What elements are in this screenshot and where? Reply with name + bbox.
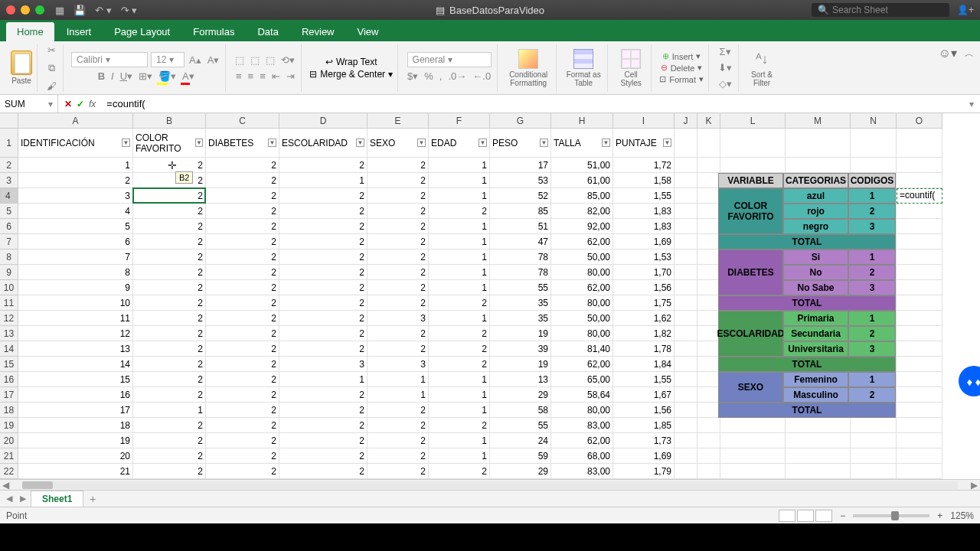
- minimize-window-icon[interactable]: [21, 5, 30, 15]
- data-cell[interactable]: [697, 341, 720, 357]
- row-header[interactable]: 21: [0, 448, 18, 464]
- header-cell[interactable]: [851, 129, 897, 158]
- col-header-K[interactable]: K: [697, 113, 720, 129]
- data-cell[interactable]: 52: [490, 188, 551, 204]
- increase-font-icon[interactable]: A▴: [188, 53, 203, 67]
- header-cell[interactable]: DIABETES▼: [206, 129, 279, 158]
- data-cell[interactable]: 85,00: [551, 188, 613, 204]
- data-cell[interactable]: 17: [490, 158, 551, 173]
- data-cell[interactable]: 17: [18, 403, 133, 418]
- add-sheet-icon[interactable]: +: [85, 493, 100, 505]
- data-cell[interactable]: 80,00: [551, 326, 613, 341]
- data-cell[interactable]: 21: [18, 464, 133, 479]
- zoom-out-icon[interactable]: −: [840, 510, 845, 521]
- page-break-view-icon[interactable]: [815, 510, 832, 522]
- data-cell[interactable]: 2: [206, 265, 279, 280]
- data-cell[interactable]: 2: [279, 464, 368, 479]
- data-cell[interactable]: 2: [279, 188, 368, 204]
- data-cell[interactable]: 2: [368, 265, 429, 280]
- header-cell[interactable]: ESCOLARIDAD▼: [279, 129, 368, 158]
- data-cell[interactable]: [720, 433, 786, 448]
- data-cell[interactable]: [697, 188, 720, 204]
- data-cell[interactable]: 3: [279, 357, 368, 372]
- data-cell[interactable]: 2: [133, 219, 206, 234]
- data-cell[interactable]: 2: [133, 326, 206, 341]
- data-cell[interactable]: [897, 295, 942, 311]
- zoom-level[interactable]: 125%: [950, 510, 974, 521]
- data-cell[interactable]: [897, 265, 942, 280]
- tab-formulas[interactable]: Formulas: [182, 22, 245, 41]
- data-cell[interactable]: 2: [206, 234, 279, 249]
- data-cell[interactable]: [675, 219, 697, 234]
- data-cell[interactable]: 2: [279, 433, 368, 448]
- merge-center-button[interactable]: ⊟Merge & Center▾: [309, 69, 393, 80]
- data-cell[interactable]: 55: [490, 280, 551, 295]
- data-cell[interactable]: [851, 158, 897, 173]
- row-header[interactable]: 12: [0, 311, 18, 326]
- filter-dropdown-icon[interactable]: ▼: [540, 139, 548, 147]
- row-header[interactable]: 6: [0, 219, 18, 234]
- data-cell[interactable]: 2: [368, 173, 429, 188]
- percent-icon[interactable]: %: [423, 69, 435, 83]
- row-header[interactable]: 22: [0, 464, 18, 479]
- data-cell[interactable]: 2: [133, 387, 206, 403]
- delete-cells-button[interactable]: ⊖Delete▾: [661, 63, 703, 73]
- data-cell[interactable]: [720, 464, 786, 479]
- data-cell[interactable]: [697, 234, 720, 249]
- filter-dropdown-icon[interactable]: ▼: [356, 139, 364, 147]
- align-bottom-icon[interactable]: ⬚: [264, 53, 276, 67]
- data-cell[interactable]: 2: [279, 280, 368, 295]
- data-cell[interactable]: 2: [429, 418, 490, 433]
- data-cell[interactable]: 1,85: [613, 418, 675, 433]
- data-cell[interactable]: 2: [206, 433, 279, 448]
- data-cell[interactable]: [897, 204, 942, 219]
- data-cell[interactable]: 20: [18, 448, 133, 464]
- data-cell[interactable]: 58,64: [551, 387, 613, 403]
- data-cell[interactable]: 2: [133, 448, 206, 464]
- data-cell[interactable]: [675, 295, 697, 311]
- data-cell[interactable]: 2: [279, 403, 368, 418]
- data-cell[interactable]: [697, 433, 720, 448]
- data-cell[interactable]: 2: [206, 249, 279, 265]
- header-cell[interactable]: [786, 129, 851, 158]
- format-painter-icon[interactable]: 🖌: [45, 79, 58, 93]
- data-cell[interactable]: 2: [429, 204, 490, 219]
- data-cell[interactable]: 1: [429, 249, 490, 265]
- data-cell[interactable]: 7: [18, 249, 133, 265]
- data-cell[interactable]: 15: [18, 372, 133, 387]
- col-header-B[interactable]: B: [133, 113, 206, 129]
- data-cell[interactable]: 2: [133, 418, 206, 433]
- data-cell[interactable]: 2: [206, 295, 279, 311]
- data-cell[interactable]: 2: [279, 249, 368, 265]
- data-cell[interactable]: 1: [429, 188, 490, 204]
- data-cell[interactable]: 2: [206, 204, 279, 219]
- data-cell[interactable]: 2: [368, 249, 429, 265]
- share-icon[interactable]: 👤+: [957, 5, 974, 15]
- data-cell[interactable]: 35: [490, 311, 551, 326]
- data-cell[interactable]: 2: [279, 387, 368, 403]
- accept-formula-icon[interactable]: ✓: [77, 99, 84, 109]
- data-cell[interactable]: 78: [490, 265, 551, 280]
- spreadsheet-grid[interactable]: ABCDEFGHIJKLMNO 123456789101112131415161…: [0, 113, 980, 479]
- data-cell[interactable]: [786, 448, 851, 464]
- header-cell[interactable]: COLOR FAVORITO▼: [133, 129, 206, 158]
- data-cell[interactable]: 2: [18, 173, 133, 188]
- col-header-F[interactable]: F: [429, 113, 490, 129]
- data-cell[interactable]: [720, 158, 786, 173]
- col-header-M[interactable]: M: [786, 113, 851, 129]
- data-cell[interactable]: 68,00: [551, 448, 613, 464]
- data-cell[interactable]: 2: [133, 295, 206, 311]
- orientation-icon[interactable]: ⟲▾: [279, 53, 296, 67]
- header-cell[interactable]: PESO▼: [490, 129, 551, 158]
- data-cell[interactable]: 2: [429, 357, 490, 372]
- data-cell[interactable]: 51,00: [551, 158, 613, 173]
- decrease-font-icon[interactable]: A▾: [206, 53, 221, 67]
- data-cell[interactable]: 1: [368, 372, 429, 387]
- font-color-button[interactable]: A▾: [181, 69, 196, 83]
- data-cell[interactable]: 1: [429, 311, 490, 326]
- data-cell[interactable]: 78: [490, 249, 551, 265]
- data-cell[interactable]: 2: [133, 311, 206, 326]
- data-cell[interactable]: [897, 326, 942, 341]
- data-cell[interactable]: 2: [206, 372, 279, 387]
- data-cell[interactable]: [897, 372, 942, 387]
